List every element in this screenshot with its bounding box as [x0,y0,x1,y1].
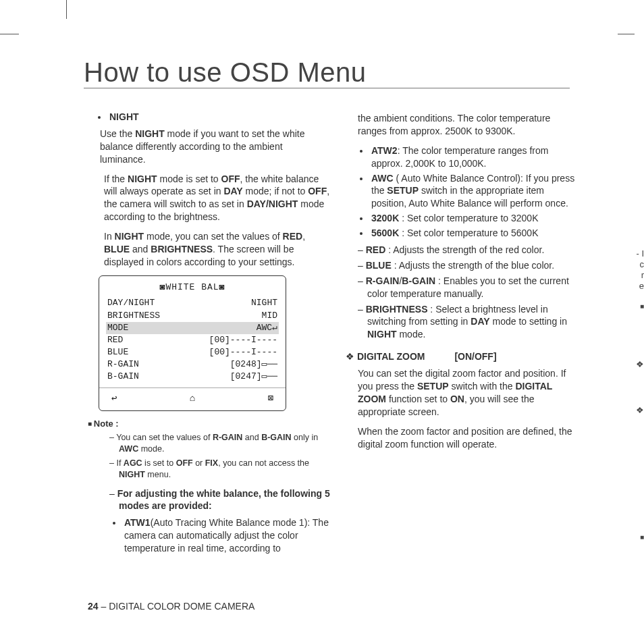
edge-fragment: ■ [640,533,644,541]
mode-awc: AWC ( Auto White Balance Control): If yo… [370,172,575,211]
body-columns: NIGHT Use the NIGHT mode if you want to … [88,108,587,559]
osd-row: DAY/NIGHTNIGHT [106,297,279,309]
crop-mark [618,34,635,34]
note-item: You can set the values of R-GAIN and B-G… [109,432,331,455]
mode-atw2: ATW2: The color temperature ranges from … [370,144,575,170]
crop-mark [66,0,67,19]
edge-fragment: ■ [640,302,644,310]
back-icon: ↩ [111,392,117,405]
adjust-heading: For adjusting the white balance, the fol… [109,487,331,513]
osd-row: BLUE[00]----I---- [106,346,279,358]
atw1-continued: the ambient conditions. The color temper… [358,112,575,138]
osd-row: B-GAIN[0247]▭── [106,371,279,383]
page-title: How to use OSD Menu [84,57,570,88]
item-gain: R-GAIN/B-GAIN : Enables you to set the c… [358,275,575,300]
digital-zoom-heading: DIGITAL ZOOM [ON/OFF] [346,350,575,363]
item-brightness: BRIGHTNESS : Select a brightness level i… [358,303,575,342]
osd-row-highlighted: MODEAWC↵ [106,322,279,334]
left-column: NIGHT Use the NIGHT mode if you want to … [88,108,331,559]
digital-zoom-p1: You can set the digital zoom factor and … [358,367,575,419]
night-heading: NIGHT [108,111,331,124]
page-footer: 24 – DIGITAL COLOR DOME CAMERA [88,601,254,612]
osd-footer-icons: ↩ ⌂ ⊠ [106,391,279,405]
mode-3200k: 3200K : Set color temperature to 3200K [370,212,575,225]
item-blue: BLUE : Adjusts the strength of the blue … [358,259,575,272]
page-number: 24 [88,601,99,612]
osd-row: R-GAIN[0248]▭── [106,358,279,371]
page: How to use OSD Menu NIGHT Use the NIGHT … [0,0,644,644]
close-icon: ⊠ [268,392,273,405]
edge-fragment: e [639,281,644,291]
item-red: RED : Adjusts the strength of the red co… [358,244,575,257]
right-column: the ambient conditions. The color temper… [346,108,575,559]
night-heading-text: NIGHT [109,111,139,122]
edge-fragment: - I [636,248,644,259]
edge-fragment: r [641,270,644,280]
edge-fragment: ❖ [636,405,644,415]
mode-atw1: ATW1(Auto Tracing White Balance mode 1):… [123,516,331,555]
night-paragraph-3: In NIGHT mode, you can set the values of… [104,230,331,269]
crop-mark [0,34,19,34]
digital-zoom-p2: When the zoom factor and position are de… [358,425,575,451]
night-paragraph-2: If the NIGHT mode is set to OFF, the whi… [104,173,331,224]
osd-panel: ◙WHITE BAL◙ DAY/NIGHTNIGHT BRIGHTNESSMID… [99,275,286,411]
osd-row: RED[00]----I---- [106,334,279,346]
edge-fragment: ❖ [636,359,644,369]
note-heading: Note : [88,418,331,430]
edge-fragment: c [640,259,645,269]
osd-title: ◙WHITE BAL◙ [106,281,279,294]
book-title: DIGITAL COLOR DOME CAMERA [109,601,254,612]
night-paragraph-1: Use the NIGHT mode if you want to set th… [100,128,331,166]
mode-5600k: 5600K : Set color temperature to 5600K [370,227,575,240]
home-icon: ⌂ [190,392,195,405]
osd-rows: DAY/NIGHTNIGHT BRIGHTNESSMID MODEAWC↵ RE… [106,297,279,383]
note-item: If AGC is set to OFF or FIX, you can not… [109,458,331,481]
osd-row: BRIGHTNESSMID [106,310,279,322]
